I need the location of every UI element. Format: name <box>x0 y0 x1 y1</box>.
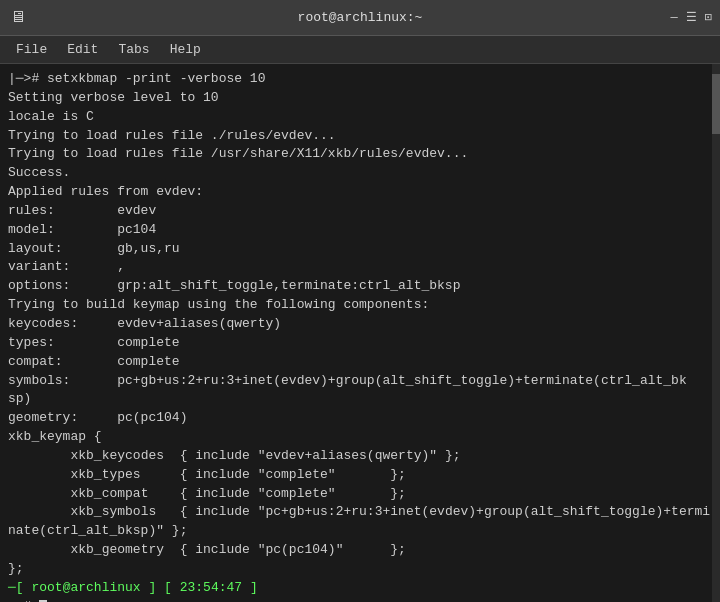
terminal-area[interactable]: |─># setxkbmap -print -verbose 10 Settin… <box>0 64 720 602</box>
terminal-output: |─># setxkbmap -print -verbose 10 Settin… <box>8 70 712 602</box>
window-controls[interactable]: ─ ☰ ⊡ <box>671 10 712 25</box>
menu-bar: File Edit Tabs Help <box>0 36 720 64</box>
menu-tabs[interactable]: Tabs <box>110 40 157 59</box>
maximize-button[interactable]: ⊡ <box>705 10 712 25</box>
scrollbar-thumb[interactable] <box>712 74 720 134</box>
title-bar: 🖥 root@archlinux:~ ─ ☰ ⊡ <box>0 0 720 36</box>
window-title: root@archlinux:~ <box>298 10 423 25</box>
menu-edit[interactable]: Edit <box>59 40 106 59</box>
menu-help[interactable]: Help <box>162 40 209 59</box>
menu-file[interactable]: File <box>8 40 55 59</box>
minimize-button[interactable]: ─ <box>671 11 678 25</box>
menu-button[interactable]: ☰ <box>686 10 697 25</box>
scrollbar[interactable] <box>712 64 720 602</box>
terminal-icon: 🖥 <box>10 8 26 27</box>
